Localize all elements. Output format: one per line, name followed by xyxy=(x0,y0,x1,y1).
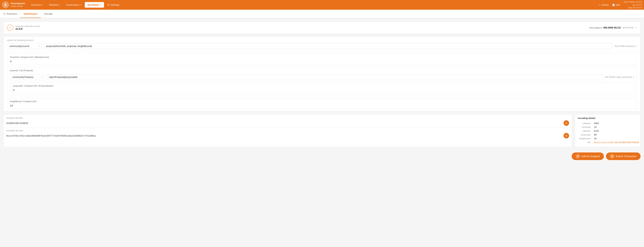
threshold-section: threshold: Compact<u32> (MemberCount) 4 xyxy=(4,54,640,65)
call-data-label: encoded call data xyxy=(6,117,569,119)
copy-call-data-button[interactable]: ⧉ xyxy=(564,120,569,126)
wiki-link[interactable]: 📄 Wiki xyxy=(612,4,620,6)
encoding-key-threshold: threshold xyxy=(578,125,592,129)
wiki-icon: 📄 xyxy=(612,4,615,6)
encoding-row-callindex1: callindex 6902 xyxy=(578,122,640,125)
encoding-key-proposalid: proposalid xyxy=(578,133,592,137)
call-field[interactable]: propose(threshold, proposal, lengthBound… xyxy=(44,43,612,49)
extrinsic-form: submit the following extrinsic community… xyxy=(4,36,640,111)
submit-transaction-icon: ↗ xyxy=(610,154,614,158)
copy-call-hash-button[interactable]: ⧉ xyxy=(564,133,569,138)
encoding-details-title: encoding details xyxy=(578,117,638,119)
encoding-key-lengthbound: lengthbound xyxy=(578,137,592,141)
submit-unsigned-button[interactable]: ↗ Submit Unsigned xyxy=(572,152,604,160)
encoding-key-callindex1: callindex xyxy=(578,122,592,125)
extrinsics-icon: ⧉ xyxy=(4,12,5,15)
github-icon: ⎋ xyxy=(599,4,600,6)
chevron-down-icon: ▾ xyxy=(80,4,81,6)
gear-icon: ⚙ xyxy=(108,3,110,6)
section-label: Extrinsics xyxy=(7,12,17,15)
pallet-select[interactable]: communityCouncil ▾ xyxy=(7,43,42,49)
submit-unsigned-icon: ↗ xyxy=(576,154,580,158)
proposal-label: proposal: Call (Proposal) xyxy=(7,67,637,72)
network-name: Development xyxy=(11,2,25,5)
avatar: ⬡ xyxy=(7,24,13,31)
encoding-row-link: link #/extrinsics/decode/0x6902106c01002… xyxy=(578,141,640,144)
threshold-label: threshold: Compact<u32> (MemberCount) xyxy=(7,54,637,59)
nav-settings[interactable]: ⚙ Settings xyxy=(105,2,122,7)
call-hash-value: 0xac34761e702c3a0a304d406fbedc69777c6d35… xyxy=(6,134,562,137)
threshold-value[interactable]: 4 xyxy=(7,59,637,65)
encoding-row-callindex2: callindex 6c01 xyxy=(578,129,640,133)
account-using-label: using the selected account xyxy=(16,25,40,27)
lengthbound-label: lengthBound: Compact<u32> xyxy=(7,98,637,103)
call-hash-row: 0xac34761e702c3a0a304d406fbedc69777c6d35… xyxy=(6,133,569,138)
call-data-value: 0x6902106c010028 xyxy=(6,122,562,124)
proposal-id-value[interactable]: 0 xyxy=(10,88,634,93)
extrinsic-header: submit the following extrinsic xyxy=(4,37,640,41)
threshold-param: threshold: Compact<u32> (MemberCount) 4 xyxy=(7,54,637,65)
account-section: ⬡ using the selected account ALICE free … xyxy=(4,22,640,34)
see-proposal-link[interactable]: See ['Pallet::reject_proposal']. ▾ xyxy=(605,76,634,78)
lengthbound-section: lengthBound: Compact<u32> 10 xyxy=(4,96,640,111)
call-data-row: 0x6902106c010028 ⧉ xyxy=(6,120,569,126)
encoding-val-link[interactable]: #/extrinsics/decode/0x6902106c010028 xyxy=(592,141,640,144)
nav-governance[interactable]: Governance ▾ xyxy=(64,2,84,7)
encoding-val-proposalid: 00 xyxy=(592,133,640,137)
top-navigation: A Development local/1 #2,068 Accounts ▾ … xyxy=(0,0,644,10)
proposal-call-field[interactable]: rejectProposal(proposalId) xyxy=(47,74,603,80)
proposal-section: proposal: Call (Proposal) communityTreas… xyxy=(4,67,640,96)
pallet-call-row: communityCouncil ▾ propose(threshold, pr… xyxy=(4,41,640,52)
decode-link[interactable]: #/extrinsics/decode/0x6902106c010028 xyxy=(594,141,639,144)
proposal-pallet-select[interactable]: communityTreasury ▾ xyxy=(10,74,45,80)
encoding-row-lengthbound: lengthbound 28 xyxy=(578,137,640,141)
nav-network[interactable]: Network ▾ xyxy=(46,2,63,7)
proposal-param: proposal: Call (Proposal) communityTreas… xyxy=(7,67,637,96)
free-balance-label: free balance xyxy=(590,26,602,29)
main-content: ⬡ using the selected account ALICE free … xyxy=(0,18,644,246)
encoding-val-threshold: 10 xyxy=(592,125,640,129)
submit-unsigned-label: Submit Unsigned xyxy=(581,155,600,158)
chevron-down-icon: ▾ xyxy=(38,45,40,47)
account-left: ⬡ using the selected account ALICE xyxy=(7,24,40,31)
sub-navigation: ⧉ Extrinsics / Submission Decode xyxy=(0,10,644,18)
encoded-section: encoded call data 0x6902106c010028 ⧉ enc… xyxy=(4,114,572,147)
tab-decode[interactable]: Decode xyxy=(41,10,56,18)
encoding-key-link: link xyxy=(578,141,592,144)
call-hash-label: encoded call hash xyxy=(6,129,569,132)
nav-accounts[interactable]: Accounts ▾ xyxy=(28,2,46,7)
see-pallet-link[interactable]: See ['Pallet::propose']. ▾ xyxy=(614,45,637,47)
encoding-table: callindex 6902 threshold 10 callindex 6c… xyxy=(578,122,640,144)
version-info: Astar Collator v5.41.0 api v12.0.2 apps … xyxy=(624,0,642,9)
chevron-down-icon: ▾ xyxy=(636,45,637,47)
submit-transaction-button[interactable]: ↗ Submit Transaction xyxy=(606,152,640,160)
encoding-val-lengthbound: 28 xyxy=(592,137,640,141)
account-info: using the selected account ALICE xyxy=(16,25,40,30)
chevron-down-icon: ▾ xyxy=(42,4,43,6)
tab-submission[interactable]: Submission xyxy=(20,10,41,18)
proposal-id-param: proposalId: Compact<u32> (ProposalIndex)… xyxy=(10,82,634,94)
brand-info: Development local/1 #2,068 xyxy=(11,2,25,8)
top-right-links: ⎋ GitHub 📄 Wiki Astar Collator v5.41.0 a… xyxy=(599,0,642,9)
chevron-down-icon: ▾ xyxy=(100,4,101,6)
chevron-down-icon: ▾ xyxy=(633,76,634,78)
free-balance-value: 999.9999 MLOC xyxy=(603,26,621,29)
account-name: ALICE xyxy=(16,27,40,30)
bottom-sections: encoded call data 0x6902106c010028 ⧉ enc… xyxy=(4,114,640,147)
github-link[interactable]: ⎋ GitHub xyxy=(599,4,608,6)
lengthbound-value[interactable]: 10 xyxy=(7,103,637,109)
encoding-row-proposalid: proposalid 00 xyxy=(578,133,640,137)
encoding-key-callindex2: callindex xyxy=(578,129,592,133)
encoding-val-callindex2: 6c01 xyxy=(592,129,640,133)
network-details: local/1 #2,068 xyxy=(11,5,25,7)
lengthbound-param: lengthBound: Compact<u32> 10 xyxy=(7,98,637,109)
nav-items: Accounts ▾ Network ▾ Governance ▾ Develo… xyxy=(28,2,599,7)
app-logo: A xyxy=(2,1,9,8)
proposal-id-label: proposalId: Compact<u32> (ProposalIndex) xyxy=(10,83,634,88)
chevron-down-icon: ▾ xyxy=(42,76,42,78)
footer-buttons: ↗ Submit Unsigned ↗ Submit Transaction xyxy=(4,150,640,161)
proposal-pallet-row: communityTreasury ▾ rejectProposal(propo… xyxy=(7,72,637,82)
nav-developer[interactable]: Developer ▾ xyxy=(85,2,104,7)
account-right: free balance 999.9999 MLOC ajYMsCKsE... … xyxy=(590,26,637,29)
account-address[interactable]: ajYMsCKsE... ▾ xyxy=(622,26,637,29)
